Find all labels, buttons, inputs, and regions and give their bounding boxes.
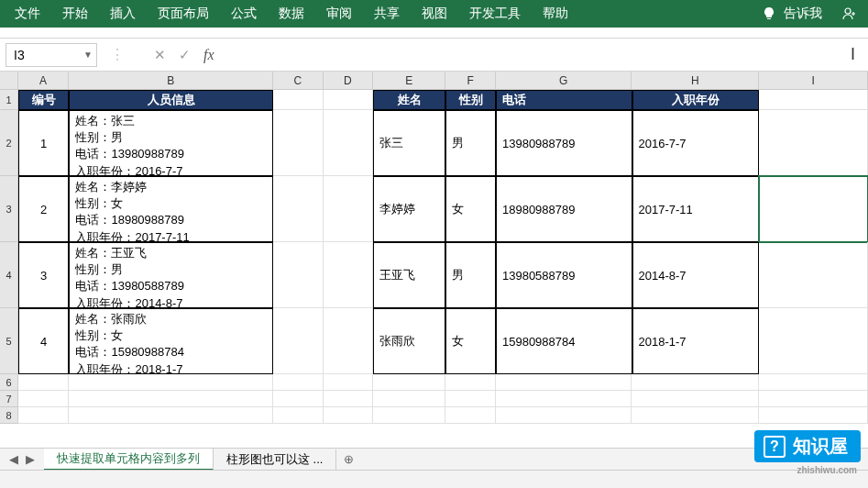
cell[interactable] — [373, 407, 445, 424]
cell[interactable] — [496, 391, 632, 407]
name-box[interactable]: I3 ▼ — [5, 43, 97, 67]
cell-I2[interactable] — [759, 110, 868, 176]
cell[interactable] — [273, 242, 323, 308]
enter-icon[interactable]: ✓ — [179, 47, 191, 63]
t2-phone[interactable]: 13980588789 — [496, 242, 632, 308]
t1-header-info[interactable]: 人员信息 — [69, 90, 273, 110]
t2-phone[interactable]: 15980988784 — [496, 308, 632, 374]
cell[interactable] — [632, 407, 759, 424]
cell[interactable] — [69, 407, 273, 424]
tell-me[interactable]: 告诉我 — [784, 6, 822, 22]
t1-id[interactable]: 2 — [18, 176, 69, 242]
t1-header-id[interactable]: 编号 — [18, 90, 69, 110]
cell[interactable] — [18, 407, 69, 424]
col-header-I[interactable]: I — [759, 72, 868, 90]
t2-year[interactable]: 2018-1-7 — [632, 308, 760, 374]
cell[interactable] — [18, 374, 69, 391]
t2-year[interactable]: 2017-7-11 — [632, 176, 760, 242]
ribbon-tab-help[interactable]: 帮助 — [532, 2, 579, 26]
cell[interactable] — [273, 374, 323, 391]
col-header-E[interactable]: E — [373, 72, 445, 90]
cell[interactable] — [18, 391, 69, 407]
cell[interactable] — [759, 391, 868, 407]
row-header[interactable]: 7 — [0, 391, 18, 407]
t2-header-year[interactable]: 入职年份 — [632, 90, 760, 110]
t2-phone[interactable]: 13980988789 — [496, 110, 632, 176]
sheet-nav-next-icon[interactable]: ▶ — [26, 452, 35, 466]
row-header[interactable]: 8 — [0, 407, 18, 424]
t2-gender[interactable]: 女 — [445, 308, 496, 374]
ribbon-tab-insert[interactable]: 插入 — [99, 2, 147, 26]
t2-gender[interactable]: 男 — [445, 110, 496, 176]
cell[interactable] — [445, 391, 495, 407]
cell[interactable] — [632, 374, 759, 391]
cell[interactable] — [445, 407, 495, 424]
row-header[interactable]: 1 — [0, 90, 18, 110]
name-box-dropdown-icon[interactable]: ▼ — [83, 50, 93, 60]
row-header[interactable]: 5 — [0, 308, 18, 374]
cell[interactable] — [273, 308, 323, 374]
t1-id[interactable]: 4 — [18, 308, 69, 374]
col-header-G[interactable]: G — [496, 72, 632, 90]
col-header-A[interactable]: A — [18, 72, 69, 90]
spreadsheet-grid[interactable]: ABCDEFGHI 1编号人员信息姓名性别电话入职年份21姓名：张三 性别：男 … — [0, 72, 868, 424]
t1-info[interactable]: 姓名：李婷婷 性别：女 电话：18980988789 入职年份：2017-7-1… — [69, 176, 273, 242]
ribbon-tab-layout[interactable]: 页面布局 — [147, 2, 220, 26]
t2-name[interactable]: 李婷婷 — [373, 176, 445, 242]
col-header-F[interactable]: F — [445, 72, 495, 90]
cell[interactable] — [324, 242, 373, 308]
cell[interactable] — [632, 391, 759, 407]
cell[interactable] — [273, 110, 323, 176]
cell[interactable] — [496, 407, 632, 424]
ribbon-tab-dev[interactable]: 开发工具 — [458, 2, 532, 26]
cell[interactable] — [324, 90, 373, 110]
t2-name[interactable]: 王亚飞 — [373, 242, 445, 308]
cell[interactable] — [273, 391, 323, 407]
ribbon-tab-home[interactable]: 开始 — [51, 2, 99, 26]
ribbon-tab-data[interactable]: 数据 — [268, 2, 315, 26]
cell-I4[interactable] — [759, 242, 868, 308]
t2-name[interactable]: 张雨欣 — [373, 308, 445, 374]
t1-id[interactable]: 1 — [18, 110, 69, 176]
cell[interactable] — [373, 391, 445, 407]
cell[interactable] — [759, 374, 868, 391]
t2-header-gender[interactable]: 性别 — [445, 90, 495, 110]
formula-input[interactable] — [231, 43, 851, 67]
cell[interactable] — [373, 374, 445, 391]
sheet-tab-inactive[interactable]: 柱形图也可以这 ... — [214, 449, 336, 470]
cell[interactable] — [69, 374, 273, 391]
row-header[interactable]: 2 — [0, 110, 18, 176]
t1-id[interactable]: 3 — [18, 242, 69, 308]
t2-year[interactable]: 2014-8-7 — [632, 242, 760, 308]
row-header[interactable]: 6 — [0, 374, 18, 391]
ribbon-tab-view[interactable]: 视图 — [411, 2, 458, 26]
cell[interactable] — [273, 90, 323, 110]
cell[interactable] — [69, 391, 273, 407]
cell-I3[interactable] — [759, 176, 868, 242]
cell[interactable] — [273, 176, 323, 242]
t2-phone[interactable]: 18980988789 — [496, 176, 632, 242]
ribbon-tab-share[interactable]: 共享 — [363, 2, 411, 26]
sheet-nav-prev-icon[interactable]: ◀ — [9, 452, 18, 466]
sheet-tab-active[interactable]: 快速提取单元格内容到多列 — [44, 449, 214, 471]
cell[interactable] — [324, 391, 373, 407]
cell[interactable] — [759, 407, 868, 424]
t2-header-name[interactable]: 姓名 — [373, 90, 445, 110]
select-all-corner[interactable] — [0, 72, 18, 90]
ribbon-tab-file[interactable]: 文件 — [4, 2, 51, 26]
col-header-H[interactable]: H — [632, 72, 759, 90]
cell[interactable] — [324, 407, 373, 424]
col-header-D[interactable]: D — [324, 72, 373, 90]
cell[interactable] — [445, 374, 495, 391]
row-header[interactable]: 4 — [0, 242, 18, 308]
cell[interactable] — [324, 176, 373, 242]
ribbon-tab-review[interactable]: 审阅 — [315, 2, 363, 26]
cancel-icon[interactable]: ✕ — [154, 47, 166, 63]
user-add-icon[interactable] — [842, 6, 857, 21]
t1-info[interactable]: 姓名：张三 性别：男 电话：13980988789 入职年份：2016-7-7 — [69, 110, 273, 176]
t1-info[interactable]: 姓名：王亚飞 性别：男 电话：13980588789 入职年份：2014-8-7 — [69, 242, 273, 308]
add-sheet-button[interactable]: ⊕ — [336, 452, 361, 466]
cell[interactable] — [496, 374, 632, 391]
cell-I1[interactable] — [759, 90, 868, 110]
row-header[interactable]: 3 — [0, 176, 18, 242]
